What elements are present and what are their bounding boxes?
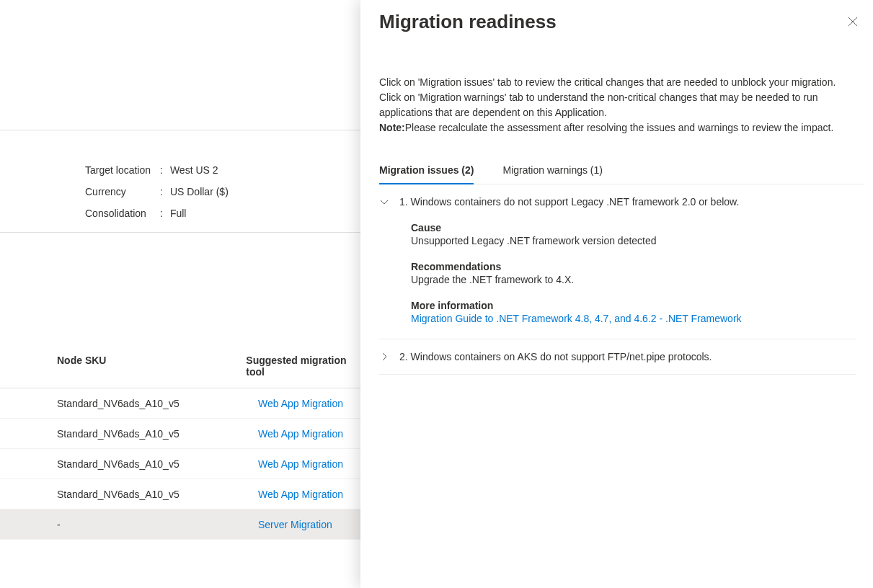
panel-header: Migration readiness xyxy=(379,10,864,33)
chevron-down-icon xyxy=(379,197,389,207)
close-button[interactable] xyxy=(841,10,864,33)
tabs: Migration issues (2) Migration warnings … xyxy=(379,164,864,184)
property-colon: : xyxy=(160,186,163,197)
recommendations-text: Upgrade the .NET framework to 4.X. xyxy=(411,274,856,285)
tab-migration-warnings[interactable]: Migration warnings (1) xyxy=(502,164,603,184)
cause-label: Cause xyxy=(411,222,856,233)
migration-tool-link[interactable]: Web App Migration xyxy=(258,458,343,470)
divider xyxy=(0,232,360,233)
col-header-sku[interactable]: Node SKU xyxy=(0,355,246,378)
cell-sku: Standard_NV6ads_A10_v5 xyxy=(0,398,258,409)
issue-title: 1. Windows containers do not support Leg… xyxy=(399,196,739,208)
property-colon: : xyxy=(160,208,163,219)
tab-migration-issues[interactable]: Migration issues (2) xyxy=(379,164,474,184)
chevron-right-icon xyxy=(379,352,389,362)
issues-list: 1. Windows containers do not support Leg… xyxy=(379,184,864,375)
property-value: Full xyxy=(170,208,187,219)
properties-block: Target location : West US 2 Currency : U… xyxy=(0,0,360,219)
sku-table: Node SKU Suggested migration tool Standa… xyxy=(0,355,360,540)
issue-body: Cause Unsupported Legacy .NET framework … xyxy=(379,222,856,324)
col-header-tool[interactable]: Suggested migration tool xyxy=(246,355,360,378)
property-label: Currency xyxy=(85,186,160,197)
migration-tool-link[interactable]: Web App Migration xyxy=(258,428,343,440)
property-row: Consolidation : Full xyxy=(85,208,360,219)
property-value: West US 2 xyxy=(170,164,218,176)
issue-cause-section: Cause Unsupported Legacy .NET framework … xyxy=(411,222,856,246)
more-info-label: More information xyxy=(411,300,856,311)
recommendations-label: Recommendations xyxy=(411,261,856,272)
table-header: Node SKU Suggested migration tool xyxy=(0,355,360,388)
issue-more-info-section: More information Migration Guide to .NET… xyxy=(411,300,856,324)
migration-tool-link[interactable]: Web App Migration xyxy=(258,489,343,500)
property-label: Target location xyxy=(85,164,160,176)
table-row[interactable]: Standard_NV6ads_A10_v5 Web App Migration xyxy=(0,419,360,449)
divider xyxy=(0,130,360,130)
background-main: Target location : West US 2 Currency : U… xyxy=(0,0,360,588)
migration-readiness-panel: Migration readiness Click on 'Migration … xyxy=(360,0,873,588)
property-label: Consolidation xyxy=(85,208,160,219)
table-row[interactable]: Standard_NV6ads_A10_v5 Web App Migration xyxy=(0,388,360,419)
note-text: Please recalculate the assessment after … xyxy=(405,122,834,133)
cell-sku: Standard_NV6ads_A10_v5 xyxy=(0,489,258,500)
property-row: Target location : West US 2 xyxy=(85,164,360,176)
panel-title: Migration readiness xyxy=(379,11,557,33)
table-row[interactable]: - Server Migration xyxy=(0,509,360,540)
cell-sku: Standard_NV6ads_A10_v5 xyxy=(0,428,258,440)
issue-title: 2. Windows containers on AKS do not supp… xyxy=(399,351,712,362)
migration-tool-link[interactable]: Web App Migration xyxy=(258,398,343,409)
issue-recommendations-section: Recommendations Upgrade the .NET framewo… xyxy=(411,261,856,285)
migration-tool-link[interactable]: Server Migration xyxy=(258,519,332,530)
note-label: Note: xyxy=(379,122,405,133)
property-value: US Dollar ($) xyxy=(170,186,229,197)
close-icon xyxy=(848,17,858,27)
issue-toggle[interactable]: 2. Windows containers on AKS do not supp… xyxy=(379,351,856,362)
panel-description: Click on 'Migration issues' tab to revie… xyxy=(379,75,864,135)
issue-item: 2. Windows containers on AKS do not supp… xyxy=(379,339,856,375)
issue-toggle[interactable]: 1. Windows containers do not support Leg… xyxy=(379,196,856,208)
cell-sku: - xyxy=(0,519,258,530)
cell-sku: Standard_NV6ads_A10_v5 xyxy=(0,458,258,470)
table-row[interactable]: Standard_NV6ads_A10_v5 Web App Migration xyxy=(0,449,360,479)
desc-text: Click on 'Migration issues' tab to revie… xyxy=(379,76,836,118)
property-colon: : xyxy=(160,164,163,176)
cause-text: Unsupported Legacy .NET framework versio… xyxy=(411,235,856,246)
table-row[interactable]: Standard_NV6ads_A10_v5 Web App Migration xyxy=(0,479,360,509)
property-row: Currency : US Dollar ($) xyxy=(85,186,360,197)
more-info-link[interactable]: Migration Guide to .NET Framework 4.8, 4… xyxy=(411,313,742,324)
issue-item: 1. Windows containers do not support Leg… xyxy=(379,184,856,339)
